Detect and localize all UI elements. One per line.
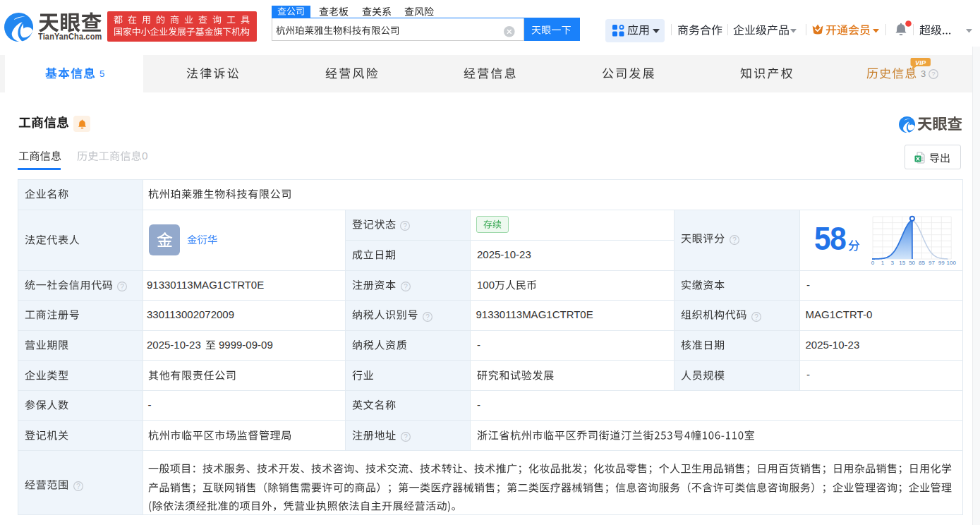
- svg-text:?: ?: [404, 283, 408, 291]
- svg-text:97: 97: [928, 260, 935, 266]
- svg-text:100: 100: [947, 260, 957, 266]
- svg-text:0: 0: [871, 260, 875, 266]
- svg-text:?: ?: [120, 283, 124, 291]
- svg-text:15: 15: [899, 260, 905, 266]
- svg-text:3: 3: [891, 260, 895, 266]
- svg-text:?: ?: [732, 236, 737, 243]
- svg-text:?: ?: [403, 222, 407, 230]
- svg-text:?: ?: [76, 482, 80, 490]
- svg-text:99: 99: [938, 260, 945, 266]
- svg-text:50: 50: [909, 260, 915, 266]
- svg-text:?: ?: [425, 313, 430, 320]
- svg-text:VIP: VIP: [915, 59, 926, 66]
- svg-text:?: ?: [754, 313, 758, 320]
- svg-text:85: 85: [919, 260, 925, 266]
- svg-text:?: ?: [931, 70, 935, 78]
- svg-text:?: ?: [404, 433, 408, 440]
- svg-text:1: 1: [881, 260, 885, 266]
